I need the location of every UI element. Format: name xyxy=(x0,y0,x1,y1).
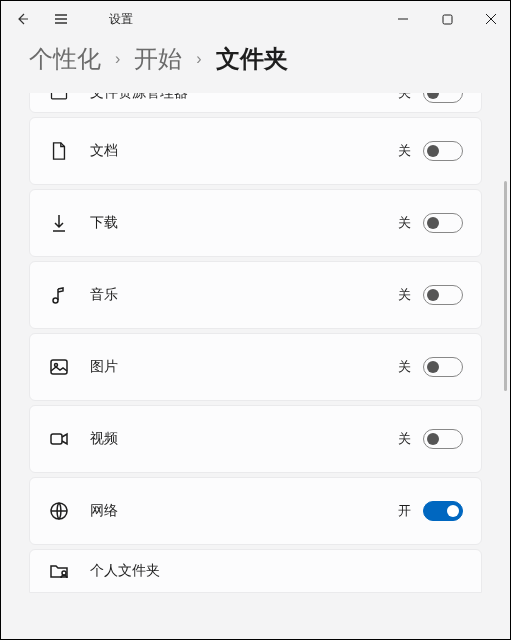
svg-point-3 xyxy=(53,298,58,303)
toggle-file-explorer[interactable] xyxy=(423,93,463,103)
music-icon xyxy=(48,284,70,306)
row-label: 个人文件夹 xyxy=(90,562,463,580)
document-icon xyxy=(48,140,70,162)
svg-rect-6 xyxy=(51,434,62,444)
row-personal-folder[interactable]: 个人文件夹 xyxy=(29,549,482,593)
row-label: 视频 xyxy=(90,430,398,448)
maximize-button[interactable] xyxy=(440,12,454,26)
row-state: 开 xyxy=(398,502,411,520)
toggle-music[interactable] xyxy=(423,285,463,305)
row-label: 音乐 xyxy=(90,286,398,304)
breadcrumb: 个性化 › 开始 › 文件夹 xyxy=(1,37,510,93)
row-label: 文档 xyxy=(90,142,398,160)
row-downloads[interactable]: 下载 关 xyxy=(29,189,482,257)
personal-folder-icon xyxy=(48,560,70,582)
row-pictures[interactable]: 图片 关 xyxy=(29,333,482,401)
row-label: 图片 xyxy=(90,358,398,376)
row-file-explorer[interactable]: 文件资源管理器 关 xyxy=(29,93,482,113)
svg-rect-4 xyxy=(51,360,67,374)
toggle-pictures[interactable] xyxy=(423,357,463,377)
row-videos[interactable]: 视频 关 xyxy=(29,405,482,473)
toggle-documents[interactable] xyxy=(423,141,463,161)
row-label: 下载 xyxy=(90,214,398,232)
chevron-right-icon: › xyxy=(115,50,120,68)
row-state: 关 xyxy=(398,286,411,304)
scrollbar[interactable] xyxy=(504,181,507,391)
settings-list: 文件资源管理器 关 文档 关 下载 关 音乐 关 图片 关 xyxy=(1,93,510,639)
breadcrumb-personalization[interactable]: 个性化 xyxy=(29,43,101,75)
breadcrumb-current: 文件夹 xyxy=(216,43,288,75)
download-icon xyxy=(48,212,70,234)
chevron-right-icon: › xyxy=(196,50,201,68)
row-state: 关 xyxy=(398,214,411,232)
toggle-videos[interactable] xyxy=(423,429,463,449)
breadcrumb-start[interactable]: 开始 xyxy=(134,43,182,75)
title-bar: 设置 xyxy=(1,1,510,37)
row-state: 关 xyxy=(398,142,411,160)
row-label: 文件资源管理器 xyxy=(90,93,398,102)
svg-point-5 xyxy=(55,364,58,367)
file-explorer-icon xyxy=(48,93,70,104)
picture-icon xyxy=(48,356,70,378)
row-state: 关 xyxy=(398,430,411,448)
back-button[interactable] xyxy=(13,9,33,29)
toggle-network[interactable] xyxy=(423,501,463,521)
svg-rect-0 xyxy=(443,15,452,24)
toggle-downloads[interactable] xyxy=(423,213,463,233)
video-icon xyxy=(48,428,70,450)
close-button[interactable] xyxy=(484,12,498,26)
network-icon xyxy=(48,500,70,522)
row-network[interactable]: 网络 开 xyxy=(29,477,482,545)
row-state: 关 xyxy=(398,93,411,102)
minimize-button[interactable] xyxy=(396,12,410,26)
row-state: 关 xyxy=(398,358,411,376)
app-title: 设置 xyxy=(109,11,133,28)
svg-rect-1 xyxy=(52,93,67,99)
row-documents[interactable]: 文档 关 xyxy=(29,117,482,185)
menu-button[interactable] xyxy=(51,9,71,29)
row-label: 网络 xyxy=(90,502,398,520)
svg-point-8 xyxy=(62,571,66,575)
row-music[interactable]: 音乐 关 xyxy=(29,261,482,329)
